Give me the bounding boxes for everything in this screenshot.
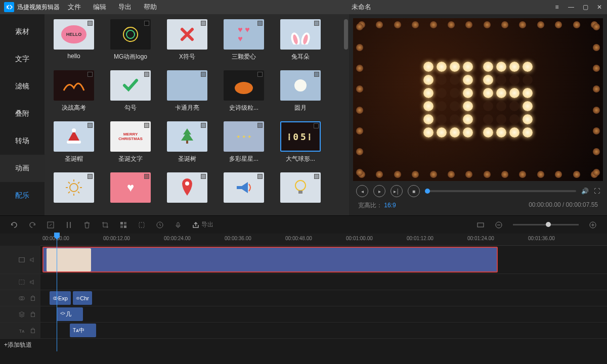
asset-item-6[interactable]: 勾号 <box>107 70 154 112</box>
video-clip[interactable] <box>42 247 498 272</box>
sidebar-item-text[interactable]: 文字 <box>0 46 45 73</box>
asset-item-16[interactable]: ♥ <box>107 172 154 206</box>
edit-icon[interactable] <box>47 221 55 229</box>
svg-point-8 <box>72 128 76 132</box>
video-track-head <box>0 246 40 274</box>
svg-text:Tᴀ: Tᴀ <box>19 328 25 333</box>
menu-file[interactable]: 文件 <box>68 3 81 12</box>
sidebar: 素材 文字 滤镜 叠附 转场 动画 配乐 <box>0 14 45 215</box>
hamburger-icon[interactable]: ≡ <box>553 4 560 11</box>
add-track-button[interactable]: +添加轨道 <box>0 339 607 351</box>
menu-edit[interactable]: 编辑 <box>93 3 106 12</box>
svg-rect-22 <box>177 222 179 226</box>
asset-item-13[interactable]: ✦ ✦ ✦多彩星星... <box>221 121 267 163</box>
duration-icon[interactable] <box>156 221 164 229</box>
asset-item-9[interactable]: 圆月 <box>277 70 324 112</box>
svg-rect-35 <box>31 313 35 316</box>
zoom-icon[interactable] <box>138 221 146 229</box>
sidebar-item-animation[interactable]: 动画 <box>0 155 45 182</box>
undo-button[interactable] <box>10 221 18 229</box>
sidebar-item-overlay[interactable]: 叠附 <box>0 100 45 127</box>
asset-item-3[interactable]: ♥ ♥♥三颗爱心 <box>221 19 267 61</box>
asset-item-4[interactable]: 兔耳朵 <box>277 19 324 61</box>
delete-icon[interactable] <box>83 221 91 229</box>
fx-clip-2[interactable]: Chr <box>73 291 92 305</box>
svg-rect-10 <box>186 141 188 144</box>
asset-label: 大气球形... <box>277 155 324 163</box>
sidebar-item-transition[interactable]: 转场 <box>0 127 45 155</box>
menu-help[interactable]: 帮助 <box>144 3 157 12</box>
split-icon[interactable] <box>65 221 73 229</box>
svg-point-7 <box>294 79 307 92</box>
timeline-ruler[interactable]: 00:00:00.0000:00:12.0000:00:24.0000:00:3… <box>40 234 607 246</box>
asset-item-10[interactable]: 圣诞帽 <box>51 121 97 163</box>
sidebar-item-material[interactable]: 素材 <box>0 18 45 46</box>
minimize-button[interactable]: — <box>568 4 575 11</box>
prev-frame-button[interactable]: ◂ <box>356 185 368 197</box>
fit-icon[interactable] <box>476 221 485 229</box>
asset-item-8[interactable]: 史诗级粒... <box>221 70 267 112</box>
asset-item-0[interactable]: hello <box>51 19 97 61</box>
asset-item-18[interactable] <box>221 172 267 206</box>
asset-label: 圣诞帽 <box>51 155 97 163</box>
zoom-in-button[interactable] <box>589 221 597 229</box>
asset-label: 多彩星星... <box>221 155 267 163</box>
voice-icon[interactable] <box>174 221 182 229</box>
text-track: Tᴀ Tᴀ 中 <box>0 323 607 339</box>
svg-rect-9 <box>67 141 81 144</box>
playhead[interactable] <box>57 234 57 351</box>
preview-progress[interactable] <box>425 190 576 192</box>
audio-track <box>0 274 607 290</box>
asset-item-17[interactable] <box>164 172 210 206</box>
asset-item-11[interactable]: MERRYCHRISTMAS圣诞文字 <box>107 121 154 163</box>
asset-label: 圆月 <box>277 104 324 112</box>
mosaic-icon[interactable] <box>119 221 127 229</box>
maximize-button[interactable]: ▢ <box>582 4 589 11</box>
close-button[interactable]: ✕ <box>596 4 603 11</box>
overlay-track: 几 <box>0 306 607 323</box>
play-button[interactable]: ▸ <box>373 185 385 197</box>
asset-label: 史诗级粒... <box>221 104 267 112</box>
svg-point-13 <box>295 180 306 191</box>
scrollbar-vertical[interactable] <box>344 19 348 50</box>
svg-rect-19 <box>124 225 126 228</box>
asset-item-1[interactable]: MG动画logo <box>107 19 154 61</box>
asset-item-7[interactable]: 卡通月亮 <box>164 70 210 112</box>
app-name: 迅捷视频剪辑器 <box>17 3 60 12</box>
text-clip[interactable]: Tᴀ 中 <box>70 324 96 337</box>
asset-label: 圣诞树 <box>164 155 210 163</box>
svg-rect-20 <box>139 222 144 228</box>
asset-label: 勾号 <box>107 104 154 112</box>
redo-button[interactable] <box>28 221 36 229</box>
asset-item-19[interactable] <box>277 172 324 206</box>
sidebar-item-filter[interactable]: 滤镜 <box>0 73 45 100</box>
asset-label: 决战高考 <box>51 104 97 112</box>
svg-rect-27 <box>19 280 25 284</box>
svg-rect-26 <box>19 257 25 262</box>
asset-item-15[interactable] <box>51 172 97 206</box>
svg-rect-23 <box>478 223 484 227</box>
window-controls: ≡ — ▢ ✕ <box>553 4 603 11</box>
fullscreen-icon[interactable]: ⛶ <box>594 188 600 195</box>
asset-item-12[interactable]: 圣诞树 <box>164 121 210 163</box>
asset-item-2[interactable]: X符号 <box>164 19 210 61</box>
overlay-clip[interactable]: 几 <box>57 307 83 321</box>
svg-rect-16 <box>120 222 123 224</box>
crop-icon[interactable] <box>101 221 109 229</box>
next-frame-button[interactable]: ▸│ <box>391 185 403 197</box>
svg-point-1 <box>126 30 135 38</box>
sidebar-item-music[interactable]: 配乐 <box>0 182 45 209</box>
zoom-slider[interactable] <box>513 224 579 225</box>
menu-export[interactable]: 导出 <box>118 3 132 12</box>
fx-clip-1[interactable]: Exp <box>50 291 71 305</box>
asset-panel: helloMG动画logoX符号♥ ♥♥三颗爱心兔耳朵决战高考勾号卡通月亮史诗级… <box>45 14 349 215</box>
export-button[interactable]: 导出 <box>192 220 213 229</box>
svg-rect-37 <box>31 329 35 333</box>
asset-item-5[interactable]: 决战高考 <box>51 70 97 112</box>
app-icon <box>4 2 14 12</box>
asset-item-14[interactable]: ⁞05⁞大气球形... <box>277 121 324 163</box>
stop-button[interactable]: ■ <box>408 185 420 197</box>
volume-icon[interactable]: 🔊 <box>581 188 589 195</box>
zoom-out-button[interactable] <box>495 221 503 229</box>
svg-point-0 <box>123 27 138 41</box>
